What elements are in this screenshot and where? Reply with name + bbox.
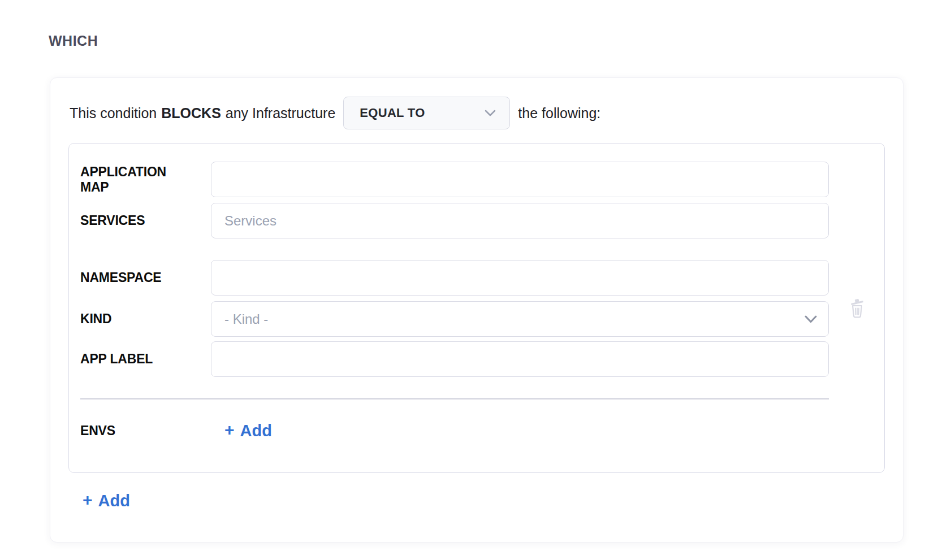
envs-add-button-label: Add: [240, 423, 272, 439]
divider: [80, 398, 829, 400]
envs-label-text: ENVS: [80, 423, 188, 438]
condition-card: This condition BLOCKS any Infrastructure…: [50, 77, 904, 542]
services-label: SERVICES: [80, 213, 211, 228]
field-row-services: SERVICES: [80, 203, 829, 238]
app-label-label: APP LABEL: [80, 351, 211, 366]
field-row-application-map: APPLICATION MAP: [80, 162, 829, 197]
namespace-input[interactable]: [211, 260, 829, 296]
application-map-label-text: APPLICATION MAP: [80, 164, 188, 194]
app-label-label-text: APP LABEL: [80, 351, 188, 366]
plus-icon: +: [83, 492, 93, 509]
application-map-input[interactable]: [211, 162, 829, 197]
field-row-kind: KIND - Kind -: [80, 301, 829, 337]
services-input[interactable]: [211, 203, 829, 238]
field-row-namespace: NAMESPACE: [80, 260, 829, 296]
namespace-label-text: NAMESPACE: [80, 270, 188, 285]
operator-select[interactable]: EQUAL TO: [343, 97, 510, 129]
condition-effect-text: BLOCKS: [161, 105, 221, 121]
plus-icon: +: [224, 422, 235, 439]
condition-text-1: This condition: [70, 105, 157, 121]
chevron-down-icon: [485, 110, 496, 116]
operator-select-value: EQUAL TO: [360, 106, 425, 120]
kind-select[interactable]: - Kind -: [211, 301, 829, 337]
delete-block-button[interactable]: [848, 296, 866, 320]
services-label-text: SERVICES: [80, 213, 188, 228]
add-condition-block-button[interactable]: + Add: [83, 492, 130, 509]
add-condition-block-label: Add: [98, 493, 130, 509]
chevron-down-icon: [805, 315, 817, 323]
field-row-envs: ENVS + Add: [80, 420, 829, 441]
kind-label: KIND: [80, 311, 211, 326]
kind-label-text: KIND: [80, 311, 188, 326]
kind-select-placeholder: - Kind -: [224, 311, 268, 327]
envs-label: ENVS: [80, 423, 211, 438]
condition-text-3: the following:: [518, 105, 600, 121]
condition-sentence: This condition BLOCKS any Infrastructure…: [70, 97, 885, 129]
condition-text-2: any Infrastructure: [226, 105, 336, 121]
infrastructure-block: APPLICATION MAP SERVICES NAMESPACE: [68, 143, 885, 473]
envs-add-button[interactable]: + Add: [224, 422, 272, 439]
application-map-label: APPLICATION MAP: [80, 164, 211, 194]
field-row-app-label: APP LABEL: [80, 341, 829, 377]
page-title: WHICH: [49, 33, 951, 49]
trash-icon: [849, 297, 865, 319]
namespace-label: NAMESPACE: [80, 270, 211, 285]
app-label-input[interactable]: [211, 341, 829, 377]
